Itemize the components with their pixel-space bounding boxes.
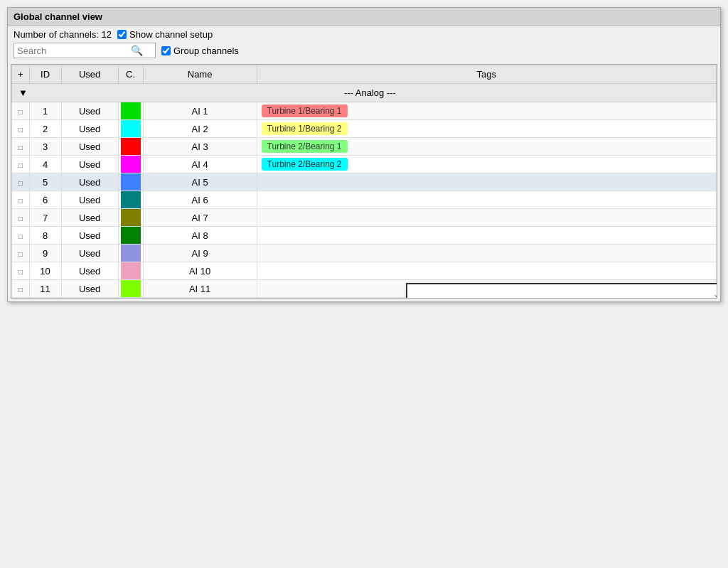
- row-name: AI 3: [143, 138, 257, 156]
- row-expand-cell: □: [12, 138, 30, 156]
- main-window: Global channel view Number of channels: …: [7, 7, 721, 302]
- group-header-row: ▼ --- Analog ---: [12, 84, 717, 102]
- expand-icon: □: [18, 108, 23, 116]
- row-tags: [257, 262, 716, 280]
- table-row[interactable]: □ 2 Used AI 2 Turbine 1/Bearing 2: [12, 120, 717, 138]
- table-row[interactable]: □ 8 Used AI 8: [12, 227, 717, 245]
- expand-icon: □: [18, 197, 23, 205]
- expand-icon: □: [18, 126, 23, 134]
- row-name: AI 7: [143, 209, 257, 227]
- row-used: Used: [61, 120, 118, 138]
- row-used: Used: [61, 227, 118, 245]
- row-used: Used: [61, 191, 118, 209]
- search-input[interactable]: [17, 45, 131, 56]
- row-color-cell: [118, 102, 143, 120]
- color-swatch: [121, 280, 141, 297]
- row-color-cell: [118, 227, 143, 245]
- row-name: AI 1: [143, 102, 257, 120]
- channels-table: + ID Used C. Name Tags ▼ --- Analog --- …: [11, 65, 717, 298]
- row-name: AI 4: [143, 156, 257, 173]
- row-color-cell: [118, 120, 143, 138]
- row-used: Used: [61, 138, 118, 156]
- row-id: 5: [29, 173, 61, 191]
- search-icon: 🔍: [131, 45, 143, 56]
- row-id: 3: [29, 138, 61, 156]
- row-tags[interactable]: [257, 173, 716, 191]
- row-expand-cell: □: [12, 156, 30, 173]
- row-id: 4: [29, 156, 61, 173]
- row-name: AI 10: [143, 262, 257, 280]
- expand-icon: □: [18, 232, 23, 240]
- tag-badge: Turbine 2/Bearing 2: [262, 158, 348, 171]
- row-color-cell: [118, 138, 143, 156]
- color-swatch: [121, 120, 141, 137]
- expand-icon: □: [18, 250, 23, 258]
- row-color-cell: [118, 209, 143, 227]
- col-name: Name: [143, 65, 257, 84]
- table-container: + ID Used C. Name Tags ▼ --- Analog --- …: [11, 64, 717, 299]
- table-row[interactable]: □ 3 Used AI 3 Turbine 2/Bearing 1: [12, 138, 717, 156]
- row-name: AI 9: [143, 245, 257, 262]
- show-channel-setup-checkbox[interactable]: Show channel setup: [117, 29, 213, 40]
- search-box[interactable]: 🔍: [14, 43, 156, 58]
- row-tags: [257, 191, 716, 209]
- row-expand-cell: □: [12, 173, 30, 191]
- row-id: 2: [29, 120, 61, 138]
- tag-badge: Turbine 1/Bearing 2: [262, 122, 348, 135]
- table-row[interactable]: □ 6 Used AI 6: [12, 191, 717, 209]
- row-id: 8: [29, 227, 61, 245]
- row-color-cell: [118, 262, 143, 280]
- window-title: Global channel view: [14, 11, 102, 22]
- color-swatch: [121, 156, 141, 173]
- col-tags: Tags: [257, 65, 716, 84]
- row-id: 7: [29, 209, 61, 227]
- row-expand-cell: □: [12, 280, 30, 298]
- expand-icon: □: [18, 215, 23, 223]
- dropdown-chevron-icon[interactable]: ⌄: [713, 289, 717, 299]
- color-swatch: [121, 173, 141, 191]
- row-name: AI 11: [143, 280, 257, 298]
- row-id: 9: [29, 245, 61, 262]
- table-row[interactable]: □ 7 Used AI 7: [12, 209, 717, 227]
- row-name: AI 8: [143, 227, 257, 245]
- table-row[interactable]: □ 1 Used AI 1 Turbine 1/Bearing 1: [12, 102, 717, 120]
- row-name: AI 2: [143, 120, 257, 138]
- tag-dropdown[interactable]: ⌄ Turbine 1Turbine 1/Bearing 1Turbine 1/…: [406, 283, 717, 299]
- expand-icon: □: [18, 179, 23, 187]
- table-row[interactable]: □ 4 Used AI 4 Turbine 2/Bearing 2: [12, 156, 717, 173]
- row-tags: [257, 209, 716, 227]
- group-channels-label: Group channels: [173, 45, 239, 56]
- group-channels-checkbox[interactable]: Group channels: [161, 45, 239, 56]
- color-swatch: [121, 102, 141, 119]
- col-used: Used: [61, 65, 118, 84]
- row-expand-cell: □: [12, 191, 30, 209]
- show-channel-setup-input[interactable]: [117, 30, 127, 39]
- expand-icon: □: [18, 268, 23, 276]
- row-tags: Turbine 2/Bearing 2: [257, 156, 716, 173]
- group-channels-input[interactable]: [161, 46, 171, 55]
- row-used: Used: [61, 245, 118, 262]
- color-swatch: [121, 227, 141, 244]
- row-expand-cell: □: [12, 209, 30, 227]
- expand-icon: □: [18, 286, 23, 294]
- row-color-cell: [118, 173, 143, 191]
- color-swatch: [121, 191, 141, 208]
- group-header-label: --- Analog ---: [344, 87, 396, 98]
- table-row[interactable]: □ 9 Used AI 9: [12, 245, 717, 262]
- dropdown-header: ⌄: [407, 284, 717, 299]
- tag-badge: Turbine 1/Bearing 1: [262, 105, 348, 117]
- show-channel-setup-label: Show channel setup: [129, 29, 213, 40]
- col-color: C.: [118, 65, 143, 84]
- col-expand[interactable]: +: [12, 65, 30, 84]
- row-used: Used: [61, 173, 118, 191]
- table-row[interactable]: □ 5 Used AI 5: [12, 173, 717, 191]
- row-color-cell: [118, 280, 143, 298]
- toolbar: Number of channels: 12 Show channel setu…: [8, 26, 720, 64]
- group-collapse-arrow[interactable]: ▼: [18, 87, 28, 98]
- table-row[interactable]: □ 10 Used AI 10: [12, 262, 717, 280]
- table-header-row: + ID Used C. Name Tags: [12, 65, 717, 84]
- row-used: Used: [61, 262, 118, 280]
- row-used: Used: [61, 280, 118, 298]
- row-expand-cell: □: [12, 120, 30, 138]
- row-id: 1: [29, 102, 61, 120]
